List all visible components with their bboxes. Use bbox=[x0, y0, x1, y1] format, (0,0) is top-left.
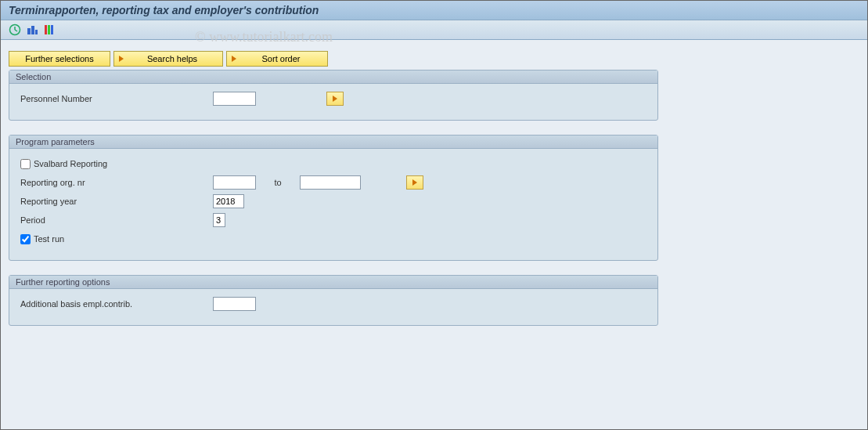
button-label: Sort order bbox=[243, 53, 319, 64]
period-label: Period bbox=[17, 215, 213, 225]
selection-group: Selection Personnel Number bbox=[9, 70, 658, 121]
program-parameters-group: Program parameters Svalbard Reporting Re… bbox=[9, 135, 658, 261]
svg-rect-7 bbox=[48, 25, 50, 34]
further-selections-button[interactable]: Further selections bbox=[9, 51, 110, 67]
reporting-org-label: Reporting org. nr bbox=[17, 178, 213, 187]
test-run-checkbox[interactable] bbox=[20, 234, 31, 244]
palette-icon[interactable] bbox=[43, 23, 56, 36]
group-title: Selection bbox=[9, 70, 657, 84]
svalbard-label: Svalbard Reporting bbox=[34, 159, 107, 168]
svg-rect-6 bbox=[45, 25, 47, 34]
window-title: Terminrapporten, reporting tax and emplo… bbox=[1, 1, 867, 20]
period-input[interactable] bbox=[213, 213, 225, 227]
execute-icon[interactable] bbox=[9, 23, 21, 36]
test-run-label: Test run bbox=[34, 234, 64, 244]
button-label: Search helps bbox=[130, 53, 214, 64]
group-title: Further reporting options bbox=[9, 276, 657, 289]
personnel-number-label: Personnel Number bbox=[17, 94, 213, 103]
svg-line-2 bbox=[15, 30, 17, 31]
additional-basis-label: Additional basis empl.contrib. bbox=[17, 299, 213, 309]
search-helps-button[interactable]: Search helps bbox=[113, 51, 223, 67]
arrow-right-icon bbox=[412, 179, 417, 186]
arrow-right-icon bbox=[232, 56, 236, 62]
svg-rect-3 bbox=[27, 28, 31, 34]
svg-rect-8 bbox=[51, 25, 53, 34]
title-text: Terminrapporten, reporting tax and emplo… bbox=[9, 4, 319, 16]
arrow-right-icon bbox=[119, 56, 124, 62]
variant-icon[interactable] bbox=[26, 23, 38, 36]
reporting-org-to-input[interactable] bbox=[300, 175, 361, 190]
multiple-selection-button[interactable] bbox=[406, 175, 423, 190]
group-title: Program parameters bbox=[9, 136, 657, 149]
reporting-org-from-input[interactable] bbox=[213, 175, 256, 190]
sort-order-button[interactable]: Sort order bbox=[226, 51, 328, 67]
reporting-year-label: Reporting year bbox=[17, 197, 213, 206]
multiple-selection-button[interactable] bbox=[326, 92, 344, 106]
content-area: Further selections Search helps Sort ord… bbox=[1, 40, 867, 348]
further-reporting-group: Further reporting options Additional bas… bbox=[9, 275, 658, 326]
svg-rect-4 bbox=[31, 26, 34, 34]
reporting-year-input[interactable] bbox=[213, 194, 244, 208]
arrow-right-icon bbox=[333, 96, 337, 102]
svalbard-checkbox[interactable] bbox=[20, 159, 31, 169]
additional-basis-input[interactable] bbox=[213, 297, 256, 311]
personnel-number-input[interactable] bbox=[213, 92, 256, 106]
app-toolbar bbox=[1, 20, 867, 40]
to-label: to bbox=[256, 178, 300, 187]
selection-button-row: Further selections Search helps Sort ord… bbox=[9, 51, 859, 67]
svg-rect-5 bbox=[35, 30, 38, 34]
button-label: Further selections bbox=[25, 53, 93, 64]
